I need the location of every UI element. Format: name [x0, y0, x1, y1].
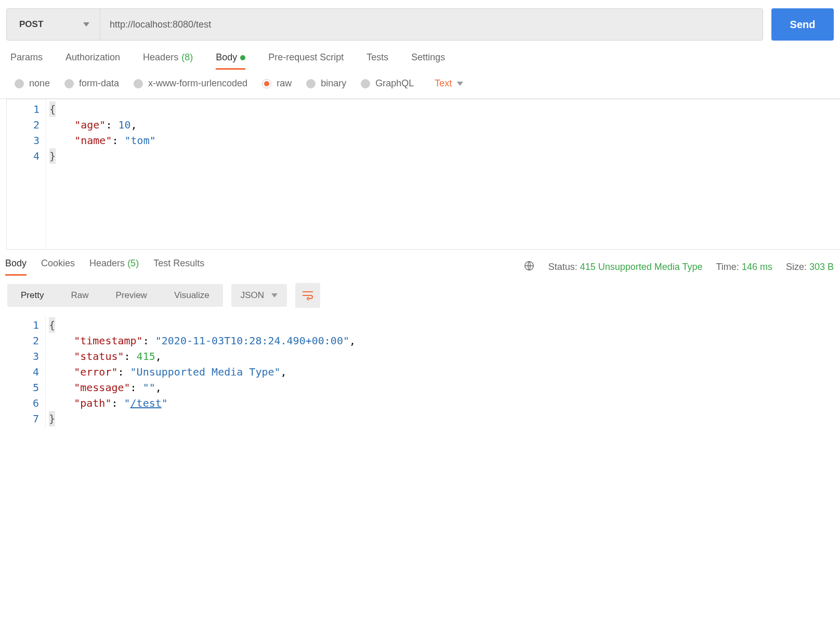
- chevron-down-icon: [271, 293, 278, 298]
- time-meta: Time: 146 ms: [716, 262, 772, 273]
- view-visualize[interactable]: Visualize: [161, 284, 223, 307]
- chevron-down-icon: [83, 22, 89, 27]
- line-wrap-icon: [301, 290, 314, 301]
- body-type-graphql[interactable]: GraphQL: [361, 78, 414, 89]
- method-dropdown[interactable]: POST: [7, 9, 100, 40]
- size-meta: Size: 303 B: [786, 262, 834, 273]
- tab-authorization[interactable]: Authorization: [65, 52, 120, 70]
- radio-icon: [361, 79, 370, 88]
- tab-params[interactable]: Params: [10, 52, 43, 70]
- line-gutter: 1 2 3 4: [7, 99, 46, 249]
- body-type-row: none form-data x-www-form-urlencoded raw…: [0, 70, 840, 98]
- line-wrap-button[interactable]: [295, 283, 320, 308]
- url-input[interactable]: [100, 9, 763, 40]
- tab-tests[interactable]: Tests: [366, 52, 388, 70]
- method-label: POST: [19, 19, 43, 30]
- tab-headers[interactable]: Headers (8): [143, 52, 193, 70]
- tab-body[interactable]: Body: [216, 52, 245, 70]
- view-pretty[interactable]: Pretty: [7, 284, 57, 307]
- body-type-urlencoded[interactable]: x-www-form-urlencoded: [134, 78, 247, 89]
- body-type-raw[interactable]: raw: [262, 78, 292, 89]
- tab-headers-count: (8): [181, 52, 193, 63]
- tab-body-label: Body: [216, 52, 237, 63]
- resp-tab-body[interactable]: Body: [5, 258, 27, 276]
- code-area[interactable]: { "age": 10, "name": "tom" }: [46, 99, 840, 249]
- code-area[interactable]: { "timestamp": "2020-11-03T10:28:24.490+…: [46, 315, 840, 429]
- tab-headers-label: Headers: [143, 52, 178, 63]
- response-lang-dropdown[interactable]: JSON: [231, 284, 287, 307]
- unsaved-dot-icon: [240, 55, 245, 60]
- body-type-none[interactable]: none: [15, 78, 50, 89]
- radio-selected-icon: [262, 79, 271, 88]
- request-tabs: Params Authorization Headers (8) Body Pr…: [0, 41, 840, 70]
- radio-icon: [134, 79, 143, 88]
- response-tabs: Body Cookies Headers (5) Test Results: [5, 258, 204, 276]
- chevron-down-icon: [457, 82, 463, 86]
- view-mode-buttons: Pretty Raw Preview Visualize: [7, 284, 223, 307]
- view-raw[interactable]: Raw: [57, 284, 102, 307]
- radio-icon: [15, 79, 24, 88]
- body-type-binary[interactable]: binary: [306, 78, 346, 89]
- globe-icon[interactable]: [523, 260, 535, 274]
- resp-tab-cookies[interactable]: Cookies: [41, 258, 75, 276]
- view-preview[interactable]: Preview: [102, 284, 160, 307]
- body-type-formdata[interactable]: form-data: [64, 78, 119, 89]
- body-format-dropdown[interactable]: Text: [435, 78, 463, 89]
- radio-icon: [64, 79, 74, 88]
- resp-tab-test-results[interactable]: Test Results: [153, 258, 204, 276]
- line-gutter: 1 2 3 4 5 6 7: [6, 315, 46, 429]
- resp-tab-headers[interactable]: Headers (5): [89, 258, 139, 276]
- method-url-group: POST: [6, 8, 763, 41]
- status-meta: Status: 415 Unsupported Media Type: [548, 262, 703, 273]
- tab-settings[interactable]: Settings: [411, 52, 445, 70]
- send-button[interactable]: Send: [771, 8, 834, 41]
- request-body-editor[interactable]: 1 2 3 4 { "age": 10, "name": "tom" }: [6, 99, 840, 250]
- tab-prerequest[interactable]: Pre-request Script: [268, 52, 344, 70]
- radio-icon: [306, 79, 316, 88]
- response-header: Body Cookies Headers (5) Test Results St…: [0, 250, 840, 276]
- response-toolbar: Pretty Raw Preview Visualize JSON: [0, 276, 840, 315]
- response-meta: Status: 415 Unsupported Media Type Time:…: [523, 260, 834, 274]
- response-body-editor[interactable]: 1 2 3 4 5 6 7 { "timestamp": "2020-11-03…: [6, 315, 840, 429]
